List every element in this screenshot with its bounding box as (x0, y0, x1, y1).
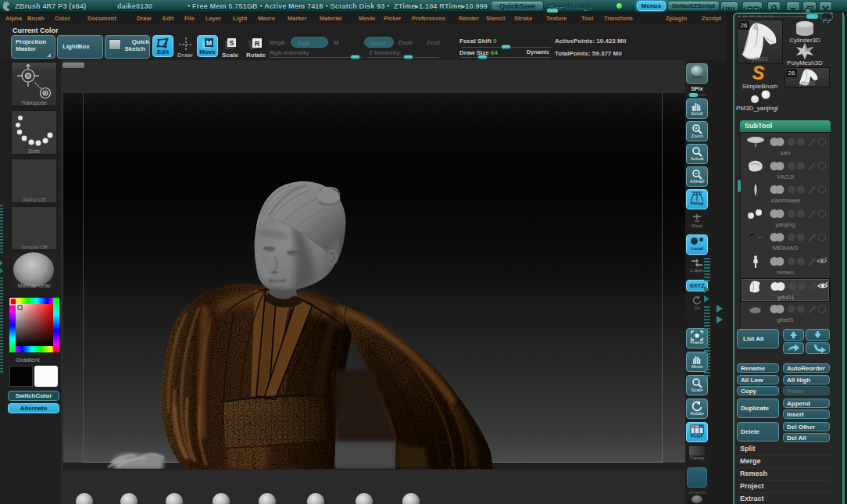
svg-text:R: R (255, 40, 260, 48)
svg-text:M: M (205, 39, 212, 47)
svg-text:S: S (229, 39, 234, 47)
svg-text:S: S (752, 66, 764, 83)
